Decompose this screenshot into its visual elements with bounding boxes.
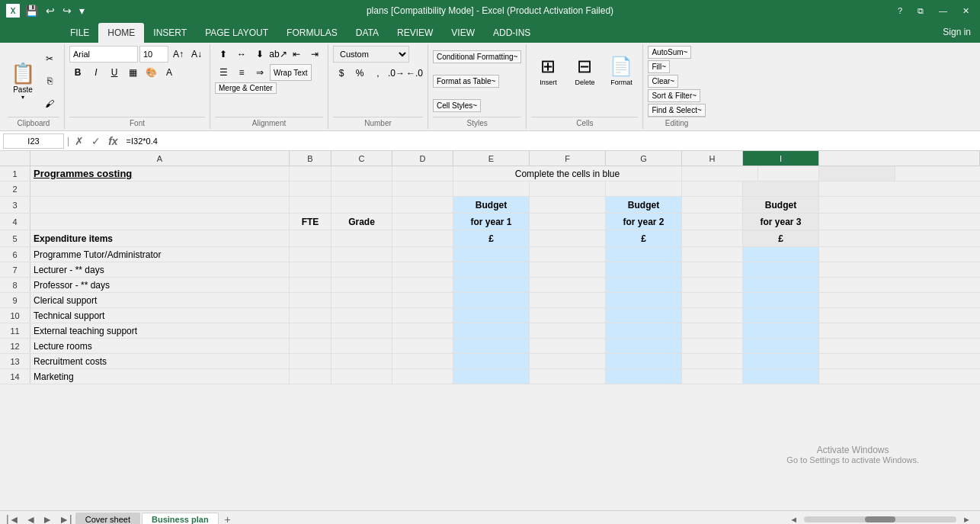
tab-page-layout[interactable]: PAGE LAYOUT xyxy=(196,23,277,43)
clear-button[interactable]: Clear~ xyxy=(648,75,678,88)
tab-review[interactable]: REVIEW xyxy=(388,23,442,43)
help-btn[interactable]: ? xyxy=(893,5,907,17)
cell-c14[interactable] xyxy=(331,369,392,384)
cell-c7[interactable] xyxy=(331,262,392,277)
col-header-c[interactable]: C xyxy=(331,151,392,166)
merge-center-button[interactable]: Merge & Center xyxy=(215,82,277,94)
cell-d13[interactable] xyxy=(392,354,453,368)
scroll-right[interactable]: ► xyxy=(962,515,971,524)
col-header-h[interactable]: H xyxy=(682,151,743,166)
cell-a6[interactable]: Programme Tutor/Administrator xyxy=(30,247,290,262)
conditional-formatting-button[interactable]: Conditional Formatting~ xyxy=(433,50,521,63)
cell-e11[interactable] xyxy=(453,323,530,338)
close-btn[interactable]: ✕ xyxy=(958,5,974,18)
delete-button[interactable]: ⊟ Delete xyxy=(568,46,601,96)
cell-f11[interactable] xyxy=(530,323,606,338)
cell-d8[interactable] xyxy=(392,278,453,292)
align-top-btn[interactable]: ⬆ xyxy=(215,46,232,63)
cell-b13[interactable] xyxy=(290,354,331,368)
sheet-tab-cover[interactable]: Cover sheet xyxy=(75,513,140,524)
col-header-i[interactable]: I xyxy=(743,151,819,166)
cell-g2[interactable] xyxy=(606,182,682,196)
cell-d2[interactable] xyxy=(392,182,453,196)
font-size-input[interactable] xyxy=(139,46,168,63)
align-left-btn[interactable]: ☰ xyxy=(215,64,232,81)
cell-d5[interactable] xyxy=(392,230,453,246)
cell-i13[interactable] xyxy=(743,354,819,368)
formula-input[interactable] xyxy=(123,133,977,149)
row-num-9[interactable]: 9 xyxy=(0,293,30,307)
row-num-2[interactable]: 2 xyxy=(0,182,30,196)
decrease-font-btn[interactable]: A↓ xyxy=(188,46,205,63)
cell-a4[interactable] xyxy=(30,214,290,230)
cell-d3[interactable] xyxy=(392,197,453,213)
tab-nav-last[interactable]: ►| xyxy=(56,513,75,525)
cell-d7[interactable] xyxy=(392,262,453,277)
scroll-left[interactable]: ◄ xyxy=(789,515,798,524)
cell-b5[interactable] xyxy=(290,230,331,246)
cell-f14[interactable] xyxy=(530,369,606,384)
cell-h8[interactable] xyxy=(682,278,743,292)
cell-b11[interactable] xyxy=(290,323,331,338)
cell-a7[interactable]: Lecturer - ** days xyxy=(30,262,290,277)
cell-f8[interactable] xyxy=(530,278,606,292)
currency-btn[interactable]: $ xyxy=(333,65,350,82)
cell-b8[interactable] xyxy=(290,278,331,292)
cell-c9[interactable] xyxy=(331,293,392,307)
cell-c4[interactable]: Grade xyxy=(331,214,392,230)
align-middle-btn[interactable]: ↔ xyxy=(233,46,250,63)
row-num-4[interactable]: 4 xyxy=(0,214,30,230)
cell-d1[interactable] xyxy=(392,166,453,181)
tab-addins[interactable]: ADD-INS xyxy=(484,23,540,43)
cell-g11[interactable] xyxy=(606,323,682,338)
cell-h12[interactable] xyxy=(682,339,743,353)
fill-button[interactable]: Fill~ xyxy=(648,60,670,73)
cell-i4[interactable]: for year 3 xyxy=(743,214,819,230)
cell-g6[interactable] xyxy=(606,247,682,262)
format-painter-button[interactable]: 🖌 xyxy=(41,95,58,112)
cell-d9[interactable] xyxy=(392,293,453,307)
cell-e3[interactable]: Budget xyxy=(453,197,530,213)
cell-b3[interactable] xyxy=(290,197,331,213)
increase-font-btn[interactable]: A↑ xyxy=(170,46,187,63)
underline-button[interactable]: U xyxy=(106,64,123,81)
border-button[interactable]: ▦ xyxy=(124,64,141,81)
cell-e9[interactable] xyxy=(453,293,530,307)
cell-a2[interactable] xyxy=(30,182,290,196)
tab-nav-next[interactable]: ► xyxy=(39,513,56,525)
percent-btn[interactable]: % xyxy=(351,65,368,82)
cell-e8[interactable] xyxy=(453,278,530,292)
format-button[interactable]: 📄 Format xyxy=(604,46,638,96)
cell-b4[interactable]: FTE xyxy=(290,214,331,230)
row-num-1[interactable]: 1 xyxy=(0,166,30,181)
cell-h13[interactable] xyxy=(682,354,743,368)
cell-b9[interactable] xyxy=(290,293,331,307)
tab-file[interactable]: FILE xyxy=(61,23,98,43)
cell-e2[interactable] xyxy=(453,182,530,196)
cell-a12[interactable]: Lecture rooms xyxy=(30,339,290,353)
cell-g3[interactable]: Budget xyxy=(606,197,682,213)
col-header-a[interactable]: A xyxy=(30,151,290,166)
cell-e13[interactable] xyxy=(453,354,530,368)
cell-a8[interactable]: Professor - ** days xyxy=(30,278,290,292)
cell-h6[interactable] xyxy=(682,247,743,262)
cell-d14[interactable] xyxy=(392,369,453,384)
row-num-14[interactable]: 14 xyxy=(0,369,30,384)
cell-e6[interactable] xyxy=(453,247,530,262)
cell-i2[interactable] xyxy=(743,182,819,196)
col-header-g[interactable]: G xyxy=(606,151,682,166)
cell-f9[interactable] xyxy=(530,293,606,307)
cell-h10[interactable] xyxy=(682,308,743,323)
cell-b2[interactable] xyxy=(290,182,331,196)
cell-e4[interactable]: for year 1 xyxy=(453,214,530,230)
row-num-5[interactable]: 5 xyxy=(0,230,30,246)
cell-h9[interactable] xyxy=(682,293,743,307)
cell-i6[interactable] xyxy=(743,247,819,262)
cell-b10[interactable] xyxy=(290,308,331,323)
cell-c12[interactable] xyxy=(331,339,392,353)
cell-d6[interactable] xyxy=(392,247,453,262)
cell-a10[interactable]: Technical support xyxy=(30,308,290,323)
cell-d4[interactable] xyxy=(392,214,453,230)
cell-f13[interactable] xyxy=(530,354,606,368)
cell-c10[interactable] xyxy=(331,308,392,323)
